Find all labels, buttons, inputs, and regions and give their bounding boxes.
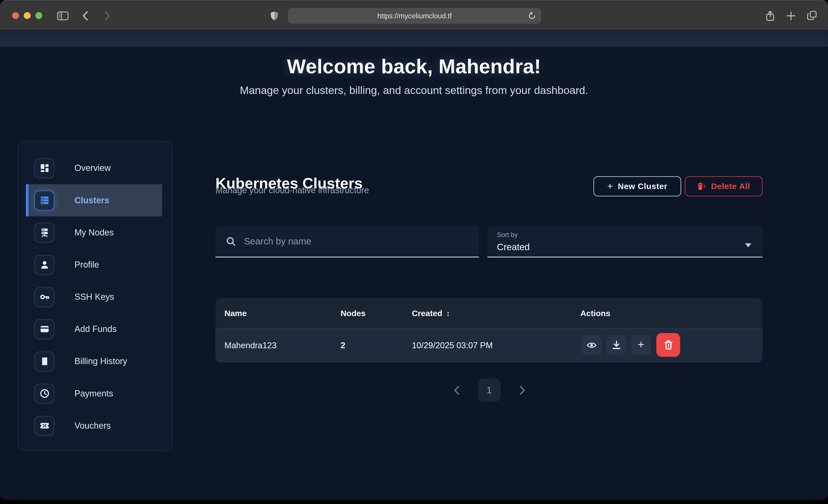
browser-window: https://myceliumcloud.tf Welcome back, M… <box>0 0 828 499</box>
sidebar-item-label: SSH Keys <box>75 292 114 302</box>
sidebar-item-label: Billing History <box>75 356 127 366</box>
user-icon <box>34 255 54 275</box>
sort-updown-icon: ↕ <box>446 309 450 318</box>
translucent-navbar <box>0 30 828 46</box>
sidebar: Overview Clusters My Nodes Profile <box>17 141 173 451</box>
eye-icon <box>586 340 596 350</box>
sidebar-item-label: My Nodes <box>75 227 114 238</box>
sort-by-label: Sort by <box>497 231 518 239</box>
url-text: https://myceliumcloud.tf <box>377 12 452 20</box>
sidebar-item-vouchers[interactable]: Vouchers <box>26 410 162 442</box>
delete-cluster-button[interactable] <box>656 333 680 357</box>
sidebar-toggle-icon[interactable] <box>56 0 70 31</box>
close-window-button[interactable] <box>12 12 19 19</box>
download-icon <box>612 340 621 350</box>
key-icon <box>34 287 54 307</box>
search-field[interactable] <box>215 226 479 257</box>
sidebar-item-overview[interactable]: Overview <box>26 152 162 184</box>
sidebar-item-label: Vouchers <box>75 421 111 431</box>
plus-icon: + <box>607 181 613 191</box>
page-number-button[interactable]: 1 <box>478 378 500 402</box>
new-cluster-label: New Cluster <box>618 181 667 191</box>
delete-all-button[interactable]: Delete All <box>685 176 762 196</box>
dashboard-icon <box>34 158 54 178</box>
tab-overview-icon[interactable] <box>805 0 819 31</box>
sidebar-item-clusters[interactable]: Clusters <box>26 184 162 216</box>
add-node-button[interactable]: + <box>631 335 651 355</box>
nodes-icon <box>34 222 54 242</box>
delete-all-label: Delete All <box>711 181 750 191</box>
next-page-button[interactable] <box>515 383 530 397</box>
traffic-lights <box>12 12 42 19</box>
sidebar-item-label: Overview <box>75 163 111 173</box>
welcome-heading: Welcome back, Mahendra! <box>0 55 828 79</box>
server-stack-icon <box>34 190 54 210</box>
sidebar-item-profile[interactable]: Profile <box>26 249 162 281</box>
download-kubeconfig-button[interactable] <box>606 335 626 355</box>
sidebar-item-my-nodes[interactable]: My Nodes <box>26 216 162 249</box>
reload-icon[interactable] <box>528 12 536 22</box>
ticket-icon <box>34 416 54 435</box>
zoom-window-button[interactable] <box>35 12 42 19</box>
credit-card-icon <box>34 319 54 339</box>
trash-icon <box>663 340 673 350</box>
forward-icon[interactable] <box>101 0 113 31</box>
screenshot-stage: https://myceliumcloud.tf Welcome back, M… <box>0 0 828 504</box>
view-cluster-button[interactable] <box>581 335 602 355</box>
plus-icon: + <box>638 339 645 350</box>
created-header-label: Created <box>412 308 442 318</box>
sidebar-item-label: Add Funds <box>75 324 117 334</box>
column-header-actions: Actions <box>580 298 610 328</box>
new-tab-icon[interactable] <box>785 0 797 31</box>
chevron-down-icon <box>745 240 751 249</box>
cell-cluster-name: Mahendra123 <box>224 328 277 363</box>
sidebar-item-label: Profile <box>75 260 99 270</box>
welcome-subtitle: Manage your clusters, billing, and accou… <box>0 83 828 98</box>
page-content: Welcome back, Mahendra! Manage your clus… <box>0 30 828 499</box>
share-icon[interactable] <box>763 0 776 31</box>
column-header-nodes: Nodes <box>341 298 366 328</box>
browser-toolbar: https://myceliumcloud.tf <box>0 0 828 30</box>
sidebar-item-payments[interactable]: Payments <box>26 377 162 410</box>
address-bar[interactable]: https://myceliumcloud.tf <box>288 8 541 24</box>
clock-icon <box>34 383 54 404</box>
sidebar-item-add-funds[interactable]: Add Funds <box>26 313 162 345</box>
sort-value: Created <box>497 242 530 253</box>
search-input[interactable] <box>243 235 444 247</box>
sidebar-item-label: Payments <box>75 388 113 398</box>
search-icon <box>226 236 236 246</box>
sidebar-item-ssh-keys[interactable]: SSH Keys <box>26 281 162 313</box>
column-header-created[interactable]: Created ↕ <box>412 298 450 328</box>
back-icon[interactable] <box>79 0 91 31</box>
page-subtitle: Manage your cloud-native infrastructure <box>215 185 369 195</box>
trash-list-icon <box>697 182 706 191</box>
sort-select[interactable]: Sort by Created <box>487 226 762 257</box>
minimize-window-button[interactable] <box>24 12 31 19</box>
cell-cluster-created: 10/29/2025 03:07 PM <box>412 328 493 363</box>
cell-cluster-nodes: 2 <box>341 328 345 363</box>
privacy-shield-icon[interactable] <box>269 0 280 31</box>
sidebar-item-label: Clusters <box>75 195 110 205</box>
new-cluster-button[interactable]: + New Cluster <box>593 176 681 196</box>
receipt-icon <box>34 351 54 371</box>
clusters-table: Name Nodes Created ↕ Actions Mahendra123… <box>215 298 762 363</box>
sidebar-item-billing-history[interactable]: Billing History <box>26 345 162 377</box>
previous-page-button[interactable] <box>449 383 463 397</box>
column-header-name: Name <box>224 298 247 328</box>
